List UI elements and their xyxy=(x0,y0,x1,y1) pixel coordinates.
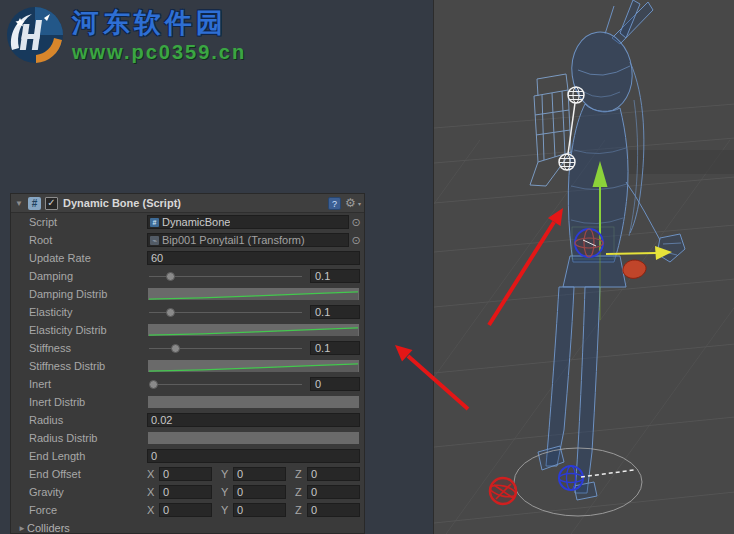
slider-handle[interactable] xyxy=(166,308,175,317)
force-z-input[interactable]: 0 xyxy=(307,503,360,517)
radius-input[interactable]: 0.02 xyxy=(147,413,360,427)
radius-distrib-label: Radius Distrib xyxy=(29,432,147,444)
damping-label: Damping xyxy=(29,270,147,282)
damping-distrib-label: Damping Distrib xyxy=(29,288,147,300)
script-mini-icon: # xyxy=(150,218,159,227)
x-axis-label: X xyxy=(147,504,159,516)
radius-row: Radius 0.02 xyxy=(11,411,364,429)
z-axis-label: Z xyxy=(295,468,307,480)
scene-viewport[interactable] xyxy=(433,0,734,534)
root-value: Bip001 Ponytail1 (Transform) xyxy=(162,234,305,246)
component-header[interactable]: ▼ # ✓ Dynamic Bone (Script) ? ⚙▾ xyxy=(11,194,364,213)
stiffness-slider[interactable] xyxy=(147,341,304,355)
elasticity-row: Elasticity 0.1 xyxy=(11,303,364,321)
inert-distrib-label: Inert Distrib xyxy=(29,396,147,408)
update-rate-input[interactable]: 60 xyxy=(147,251,360,265)
force-y-input[interactable]: 0 xyxy=(233,503,286,517)
foldout-closed-icon[interactable]: ► xyxy=(17,524,27,533)
inert-value-input[interactable]: 0 xyxy=(310,377,360,391)
script-object-picker[interactable]: ⊙ xyxy=(349,216,363,229)
elasticity-distrib-row: Elasticity Distrib xyxy=(11,321,364,339)
ground-gizmos xyxy=(489,448,642,516)
component-title: Dynamic Bone (Script) xyxy=(63,197,324,209)
y-axis-label: Y xyxy=(221,504,233,516)
force-x-input[interactable]: 0 xyxy=(159,503,212,517)
script-object-field[interactable]: # DynamicBone xyxy=(147,215,349,229)
character-right-leg xyxy=(575,287,600,493)
end-offset-row: End Offset X0 Y0 Z0 xyxy=(11,465,364,483)
scene-canvas xyxy=(434,0,734,534)
damping-slider[interactable] xyxy=(147,269,304,283)
end-offset-label: End Offset xyxy=(29,468,147,480)
stiffness-distrib-row: Stiffness Distrib xyxy=(11,357,364,375)
radius-distrib-curve-field[interactable] xyxy=(147,431,360,445)
elasticity-distrib-label: Elasticity Distrib xyxy=(29,324,147,336)
gravity-label: Gravity xyxy=(29,486,147,498)
root-label: Root xyxy=(29,234,147,246)
colliders-row[interactable]: ► Colliders xyxy=(11,519,364,534)
script-row: Script # DynamicBone ⊙ xyxy=(11,213,364,231)
inert-row: Inert 0 xyxy=(11,375,364,393)
x-axis-label: X xyxy=(147,468,159,480)
inert-distrib-row: Inert Distrib xyxy=(11,393,364,411)
gravity-x-input[interactable]: 0 xyxy=(159,485,212,499)
damping-value-input[interactable]: 0.1 xyxy=(310,269,360,283)
end-offset-y-input[interactable]: 0 xyxy=(233,467,286,481)
colliders-label: Colliders xyxy=(27,522,70,534)
character-left-leg xyxy=(546,287,574,466)
update-rate-row: Update Rate 60 xyxy=(11,249,364,267)
foldout-open-icon[interactable]: ▼ xyxy=(14,199,24,208)
site-name: 河东软件园 xyxy=(72,8,246,38)
slider-handle[interactable] xyxy=(171,344,180,353)
end-offset-z-input[interactable]: 0 xyxy=(307,467,360,481)
force-row: Force X0 Y0 Z0 xyxy=(11,501,364,519)
radius-label: Radius xyxy=(29,414,147,426)
end-length-input[interactable]: 0 xyxy=(147,449,360,463)
slider-handle[interactable] xyxy=(149,380,158,389)
end-length-label: End Length xyxy=(29,450,147,462)
root-object-field[interactable]: ⌁ Bip001 Ponytail1 (Transform) xyxy=(147,233,349,247)
stiffness-label: Stiffness xyxy=(29,342,147,354)
script-value: DynamicBone xyxy=(162,216,230,228)
csharp-script-icon: # xyxy=(28,197,41,210)
red-object xyxy=(623,260,646,278)
y-axis-label: Y xyxy=(221,486,233,498)
transform-mini-icon: ⌁ xyxy=(150,236,159,245)
radius-distrib-row: Radius Distrib xyxy=(11,429,364,447)
component-enabled-checkbox[interactable]: ✓ xyxy=(45,197,58,210)
damping-distrib-curve-field[interactable] xyxy=(147,287,360,301)
damping-row: Damping 0.1 xyxy=(11,267,364,285)
root-object-picker[interactable]: ⊙ xyxy=(349,234,363,247)
gravity-y-input[interactable]: 0 xyxy=(233,485,286,499)
elasticity-slider[interactable] xyxy=(147,305,304,319)
help-icon[interactable]: ? xyxy=(328,197,341,210)
damping-distrib-row: Damping Distrib xyxy=(11,285,364,303)
inert-slider[interactable] xyxy=(147,377,304,391)
gravity-z-input[interactable]: 0 xyxy=(307,485,360,499)
z-axis-label: Z xyxy=(295,504,307,516)
gravity-row: Gravity X0 Y0 Z0 xyxy=(11,483,364,501)
stiffness-row: Stiffness 0.1 xyxy=(11,339,364,357)
x-axis-shaft xyxy=(606,253,656,254)
slider-handle[interactable] xyxy=(166,272,175,281)
update-rate-label: Update Rate xyxy=(29,252,147,264)
inert-distrib-curve-field[interactable] xyxy=(147,395,360,409)
z-axis-label: Z xyxy=(295,486,307,498)
x-axis-label: X xyxy=(147,486,159,498)
elasticity-distrib-curve-field[interactable] xyxy=(147,323,360,337)
bone-gizmo-end xyxy=(559,154,575,170)
elasticity-value-input[interactable]: 0.1 xyxy=(310,305,360,319)
elasticity-label: Elasticity xyxy=(29,306,147,318)
stiffness-distrib-curve-field[interactable] xyxy=(147,359,360,373)
horizon-shade xyxy=(629,150,734,174)
watermark: 河东软件园 www.pc0359.cn xyxy=(6,6,246,64)
stiffness-value-input[interactable]: 0.1 xyxy=(310,341,360,355)
foot-collider-red xyxy=(489,478,517,504)
gear-icon[interactable]: ⚙▾ xyxy=(345,196,360,210)
dynamic-bone-inspector: ▼ # ✓ Dynamic Bone (Script) ? ⚙▾ Script … xyxy=(10,193,365,534)
script-label: Script xyxy=(29,216,147,228)
inert-label: Inert xyxy=(29,378,147,390)
end-offset-x-input[interactable]: 0 xyxy=(159,467,212,481)
site-logo-icon xyxy=(6,6,64,64)
y-axis-label: Y xyxy=(221,468,233,480)
